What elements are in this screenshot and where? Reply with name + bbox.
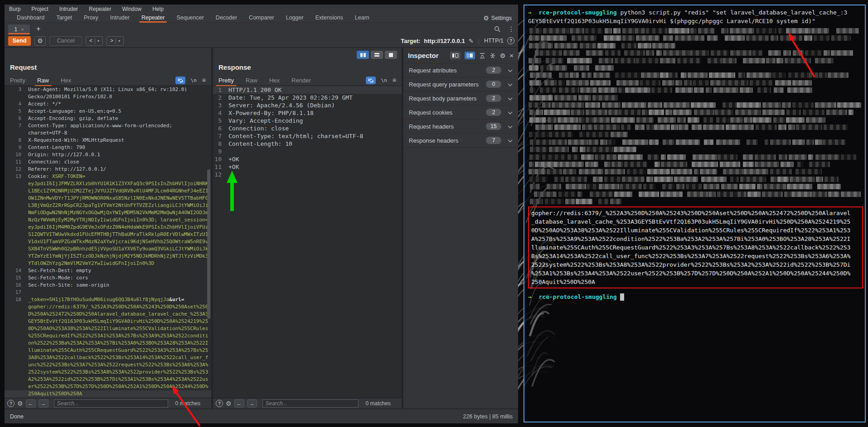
pretty-print-icon[interactable]	[175, 77, 185, 84]
editor-line: 2Date: Tue, 25 Apr 2023 02:26:29 GMT	[213, 94, 402, 101]
collapse-all-icon[interactable]	[479, 53, 485, 59]
hamburger-menu-icon[interactable]: ≡	[393, 77, 396, 84]
layout-toggle-group	[357, 51, 397, 59]
section-label: Request cookies	[409, 109, 452, 116]
rows-layout-button[interactable]	[371, 51, 383, 59]
tab-sequencer[interactable]: Sequencer	[170, 14, 209, 23]
search-input[interactable]: Search...	[54, 399, 168, 408]
help-icon[interactable]: ?	[507, 37, 514, 44]
terminal-window[interactable]: → rce-protocol-smuggling python3 script.…	[524, 5, 866, 422]
search-icon[interactable]	[494, 26, 501, 33]
menu-item-window[interactable]: Window	[122, 6, 141, 12]
inspector-section-request-attributes[interactable]: Request attributes2	[403, 63, 518, 77]
editor-line: er%2522%253B%257D%257D%250D%250A%252A1%2…	[5, 383, 211, 390]
prev-match-button[interactable]: ←	[26, 399, 36, 408]
tab-comparer[interactable]: Comparer	[243, 14, 280, 23]
editor-line: 4X-Powered-By: PHP/8.1.18	[213, 109, 402, 117]
repeater-tab-1[interactable]: 1 ×	[8, 24, 30, 34]
settings-button[interactable]: ⚙ Settings	[483, 15, 512, 21]
inspector-dock-left-button[interactable]	[450, 52, 461, 59]
inspector-panel: Inspector	[403, 48, 518, 408]
gear-icon[interactable]: ⚙	[500, 53, 506, 59]
inspector-section-request-headers[interactable]: Request headers15	[403, 119, 518, 133]
help-icon[interactable]: ?	[7, 400, 15, 407]
edit-target-icon[interactable]: ✎	[469, 38, 474, 44]
menu-item-burp[interactable]: Burp	[9, 6, 20, 12]
forward-button[interactable]: > | ▾	[107, 36, 124, 46]
hamburger-menu-icon[interactable]: ≡	[202, 77, 206, 84]
next-match-button[interactable]: →	[39, 399, 48, 408]
editor-line: 6Connection: close	[213, 125, 402, 132]
menu-item-intruder[interactable]: Intruder	[59, 6, 78, 12]
menu-item-repeater[interactable]: Repeater	[89, 6, 111, 12]
newline-toggle-icon[interactable]: \n	[381, 77, 387, 83]
cancel-button[interactable]: Cancel	[49, 36, 82, 46]
new-tab-button[interactable]: +	[36, 25, 40, 33]
prev-match-button[interactable]: ←	[234, 399, 244, 408]
editor-line: charset=UTF-8	[5, 130, 211, 137]
next-match-button[interactable]: →	[247, 399, 257, 408]
terminal-cursor	[620, 293, 624, 301]
close-tab-icon[interactable]: ×	[21, 27, 24, 32]
editor-line: gopher://redis:6379/_%252A3%250D%250A%25…	[5, 303, 211, 311]
expand-all-icon[interactable]	[490, 53, 496, 59]
tab-logger[interactable]: Logger	[280, 14, 310, 23]
redacted-row	[528, 87, 861, 93]
redacted-row	[528, 177, 861, 182]
divider: |	[94, 38, 96, 44]
back-button[interactable]: < | ▾	[86, 36, 103, 46]
editor-line: unc%2522%253Bs%253A7%253A%2522request%25…	[5, 361, 211, 369]
tab-target[interactable]: Target	[50, 14, 78, 23]
http-version-select[interactable]: HTTP/1	[484, 38, 504, 44]
single-layout-button[interactable]	[385, 51, 397, 59]
scrollbar[interactable]	[207, 169, 210, 319]
terminal-prompt[interactable]: → rce-protocol-smuggling	[528, 293, 861, 301]
inspector-section-request-cookies[interactable]: Request cookies2	[403, 105, 518, 119]
inspector-dock-right-button[interactable]	[465, 52, 475, 59]
tab-render[interactable]: Render	[291, 75, 311, 86]
pretty-print-icon[interactable]	[366, 77, 376, 84]
gear-icon[interactable]: ⚙	[17, 400, 23, 407]
tab-intruder[interactable]: Intruder	[104, 14, 136, 23]
close-icon[interactable]: ×	[509, 52, 514, 59]
chevron-down-icon	[508, 80, 513, 88]
burp-suite-window: BurpProjectIntruderRepeaterWindowHelp Da…	[5, 5, 518, 423]
tab-hex[interactable]: Hex	[61, 75, 71, 86]
payload-line: Bs%253A14%253A%2522call_user_func%2522%2…	[531, 252, 860, 260]
columns-layout-button[interactable]	[357, 51, 369, 59]
response-editor[interactable]: 1HTTP/1.1 200 OK2Date: Tue, 25 Apr 2023 …	[213, 86, 402, 398]
tab-repeater[interactable]: Repeater	[136, 14, 170, 23]
search-input[interactable]: Search...	[262, 399, 359, 408]
editor-line: SXB4TnV5WWh0Q2pBRnhzdE5jVVpoSU1aYXV6Ty9o…	[5, 245, 211, 253]
tab-proxy[interactable]: Proxy	[78, 14, 104, 23]
tab-decoder[interactable]: Decoder	[210, 14, 243, 23]
tab-extensions[interactable]: Extensions	[310, 14, 349, 23]
divider: |	[115, 38, 116, 44]
tab-learn[interactable]: Learn	[349, 14, 375, 23]
menu-item-project[interactable]: Project	[31, 6, 48, 12]
tab-raw[interactable]: Raw	[37, 75, 49, 86]
redacted-row	[528, 102, 861, 108]
tab-raw[interactable]: Raw	[246, 75, 257, 86]
newline-toggle-icon[interactable]: \n	[191, 77, 197, 83]
tab-pretty[interactable]: Pretty	[10, 75, 25, 86]
gear-icon[interactable]: ⚙	[226, 400, 232, 407]
editor-line: 250Aquit%250D%250A	[5, 390, 211, 398]
payload-line: 250Aquit%250D%250A	[531, 278, 860, 286]
send-button[interactable]: Send	[8, 36, 31, 46]
request-editor[interactable]: 3User-Agent: Mozilla/5.0 (X11; Linux x86…	[5, 86, 211, 398]
tab-pretty[interactable]: Pretty	[218, 75, 234, 86]
editor-line: 9Content-Length: 790	[5, 144, 211, 151]
tab-hex[interactable]: Hex	[269, 75, 280, 86]
count-badge: 15	[486, 123, 501, 130]
menu-item-help[interactable]: Help	[152, 6, 164, 12]
tab-dashboard[interactable]: Dashboard	[11, 14, 50, 23]
inspector-section-response-headers[interactable]: Response headers7	[403, 133, 518, 147]
prompt-arrow: →	[528, 293, 532, 301]
inspector-section-request-body-parameters[interactable]: Request body parameters2	[403, 91, 518, 105]
help-icon[interactable]: ?	[216, 400, 223, 407]
main-tab-bar: DashboardTargetProxyIntruderRepeaterSequ…	[5, 14, 518, 23]
send-settings-button[interactable]: ⚙	[34, 36, 46, 46]
kebab-menu-icon[interactable]: ⋮	[508, 25, 514, 33]
inspector-section-request-query-parameters[interactable]: Request query parameters0	[403, 77, 518, 91]
